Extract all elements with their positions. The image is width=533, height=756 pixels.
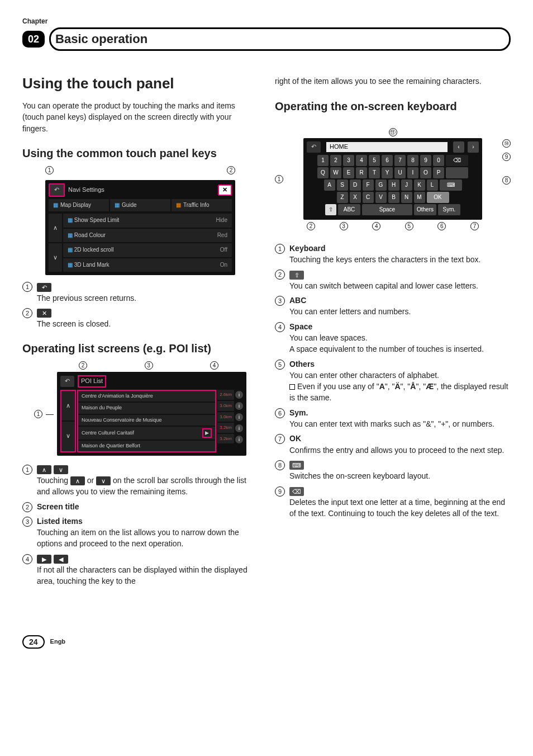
poi-num-item-1: 1 ∧ ∨ Touching ∧ or ∨ on the scroll bar … (22, 464, 258, 498)
tab-map-display[interactable]: ▦Map Display (49, 199, 109, 212)
close-button[interactable]: ✕ (218, 185, 232, 196)
key[interactable]: W (330, 167, 341, 178)
back-button[interactable]: ↶ (49, 183, 65, 197)
tab-traffic-info[interactable]: ▦Traffic Info (172, 199, 232, 212)
list-item[interactable]: ▦ 3D Land MarkOn (63, 258, 232, 272)
key[interactable]: 7 (394, 155, 406, 166)
list-item-value: Off (220, 246, 227, 254)
key[interactable]: Q (317, 167, 329, 178)
poi-num-1-text: Touching ∧ or ∨ on the scroll bar scroll… (37, 475, 258, 498)
num-circle: 9 (275, 486, 285, 497)
info-icon[interactable]: i (235, 391, 243, 399)
info-icon[interactable]: i (235, 436, 243, 443)
key[interactable]: C (363, 192, 374, 203)
kb-num-item: 4SpaceYou can leave spaces.A space equiv… (275, 321, 511, 355)
input-field[interactable]: HOME (326, 142, 448, 152)
kb-item-text: You can leave spaces. (289, 332, 511, 343)
key[interactable]: A (324, 179, 335, 191)
key[interactable]: T (369, 167, 380, 178)
key[interactable]: 4 (356, 155, 367, 166)
scroll-down-button[interactable]: ∨ (61, 422, 75, 451)
num-1: 1 (22, 465, 32, 475)
key[interactable]: H (388, 179, 399, 191)
backspace-key[interactable]: ⌫ (446, 155, 468, 166)
list-item[interactable]: Nouveau Conservatoire de Musique (78, 415, 215, 426)
list-item-label: Show Speed Limit (74, 217, 120, 223)
key[interactable]: R (356, 167, 367, 178)
key[interactable]: 2 (330, 155, 341, 166)
num-circle: 2 (275, 270, 285, 280)
key[interactable]: X (350, 192, 361, 203)
key[interactable]: 9 (420, 155, 431, 166)
scroll-up-button[interactable]: ∧ (49, 214, 62, 242)
poi-list-title: POI List (78, 375, 106, 388)
key[interactable]: M (414, 192, 425, 203)
key[interactable]: O (420, 167, 431, 178)
navi-settings-screenshot: ↶ Navi Settings ✕ ▦Map Display ▦Guide ▦T… (45, 180, 235, 275)
key[interactable]: Z (337, 192, 348, 203)
key[interactable]: 5 (369, 155, 380, 166)
space-key[interactable]: Space (362, 204, 412, 215)
shift-key[interactable]: ⇧ (325, 204, 336, 215)
sym-key[interactable]: Sym. (438, 204, 460, 215)
abc-key[interactable]: ABC (338, 204, 360, 215)
expand-right-icon[interactable]: ▶ (202, 428, 212, 438)
list-item[interactable]: Centre d'Animation la Jonquière (78, 391, 215, 401)
poi-num-2-label: Screen title (37, 502, 79, 511)
key[interactable]: G (375, 179, 387, 191)
key[interactable]: 8 (407, 155, 418, 166)
key[interactable]: B (388, 192, 399, 203)
close-icon: ✕ (37, 309, 51, 318)
kb-num-item: 6Sym.You can enter text with marks such … (275, 407, 511, 430)
back-button[interactable]: ↶ (307, 141, 321, 153)
num-body: Sym.You can enter text with marks such a… (289, 407, 511, 430)
others-key[interactable]: Others (414, 204, 436, 215)
tab-guide[interactable]: ▦Guide (110, 199, 170, 212)
info-icon[interactable]: i (235, 424, 243, 432)
key[interactable]: K (414, 179, 425, 191)
caret-left-button[interactable]: ‹ (453, 141, 464, 153)
info-icon[interactable]: i (235, 413, 243, 421)
key[interactable]: U (394, 167, 406, 178)
list-item[interactable]: Maison de Quartier Belfort (78, 441, 215, 451)
key[interactable]: P (433, 167, 444, 178)
kb-item-text: Touching the keys enters the characters … (289, 254, 511, 265)
up-icon: ∧ (37, 465, 51, 474)
key[interactable]: 0 (433, 155, 444, 166)
list-item[interactable]: Centre Culturel Caritatif▶ (78, 427, 215, 440)
kb-layout-key[interactable]: ⌨ (440, 179, 462, 191)
key[interactable]: V (375, 192, 387, 203)
list-item[interactable]: ▦ Show Speed LimitHide (63, 214, 232, 228)
callout-3: 3 (145, 361, 153, 370)
key[interactable]: L (427, 179, 438, 191)
key[interactable]: 3 (343, 155, 354, 166)
key[interactable]: F (363, 179, 374, 191)
key[interactable]: E (343, 167, 354, 178)
info-icon[interactable]: i (235, 402, 243, 410)
key[interactable]: I (407, 167, 418, 178)
tab-traffic-info-label: Traffic Info (183, 201, 210, 210)
num-item-2: 2 ✕ The screen is closed. (22, 307, 258, 330)
right-icon: ▶ (37, 555, 51, 564)
list-item[interactable]: Maison du Peuple (78, 403, 215, 413)
key[interactable]: J (401, 179, 412, 191)
ok-key[interactable]: OK (427, 192, 449, 203)
list-item[interactable]: ▦ Road ColourRed (63, 229, 232, 243)
key[interactable]: 6 (382, 155, 393, 166)
num-body: ⇧You can switch between capital and lowe… (289, 268, 511, 291)
kb-item-text: You can enter letters and numbers. (289, 306, 511, 317)
scroll-up-button[interactable]: ∧ (61, 391, 75, 420)
scroll-down-button[interactable]: ∨ (49, 243, 62, 272)
num-1-text: The previous screen returns. (37, 292, 258, 304)
back-button[interactable]: ↶ (60, 376, 74, 387)
key[interactable]: S (337, 179, 348, 191)
list-item[interactable]: ▦ 2D locked scrollOff (63, 243, 232, 257)
key[interactable]: 1 (317, 155, 329, 166)
callout-7: 7 (470, 222, 479, 230)
key[interactable]: N (401, 192, 412, 203)
kb-item-text: You can switch between capital and lower… (289, 280, 511, 291)
key[interactable]: Y (382, 167, 393, 178)
caret-right-button[interactable]: › (468, 141, 479, 153)
key[interactable]: D (350, 179, 361, 191)
callout-8: 8 (502, 176, 511, 185)
